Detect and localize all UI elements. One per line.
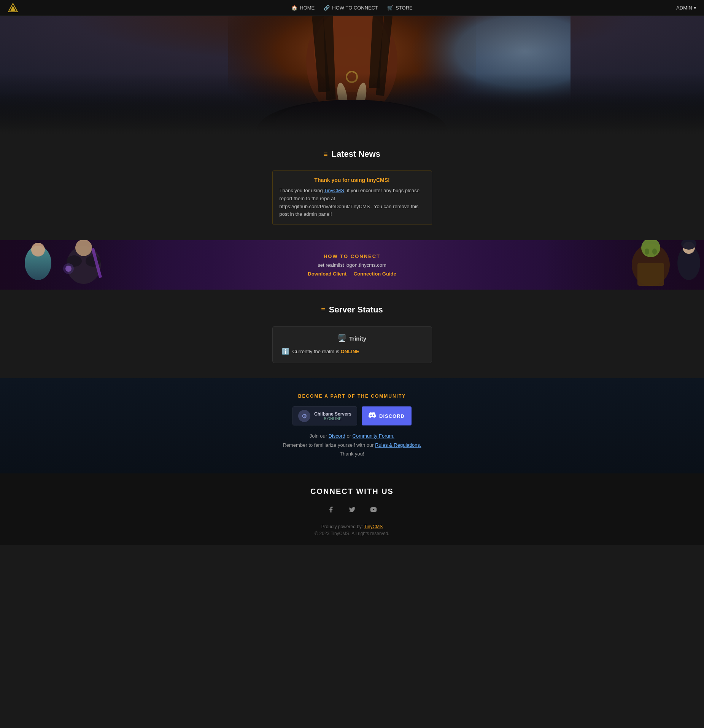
- chilbane-icon: ⚙: [298, 410, 310, 422]
- hero-section: [0, 16, 704, 134]
- news-card-body: Thank you for using TinyCMS, if you enco…: [280, 187, 425, 218]
- link-icon: 🔗: [324, 5, 330, 11]
- server-status-title: ≡ Server Status: [8, 305, 696, 315]
- twitter-button[interactable]: [345, 503, 359, 516]
- banner-center-content: HOW TO CONNECT set realmlist logon.tinyc…: [308, 253, 396, 277]
- youtube-button[interactable]: [367, 503, 380, 516]
- latest-news-title: ≡ Latest News: [8, 149, 696, 159]
- forum-link[interactable]: Community Forum.: [353, 433, 395, 439]
- how-to-connect-banner: HOW TO CONNECT set realmlist logon.tinyc…: [0, 240, 704, 290]
- tinycms-footer-link[interactable]: TinyCMS: [364, 524, 383, 529]
- banner-how-to-title: HOW TO CONNECT: [308, 253, 396, 259]
- chilbane-server-name: Chilbane Servers: [314, 411, 351, 417]
- community-section: BECOME A PART OF THE COMMUNITY ⚙ Chilban…: [0, 378, 704, 473]
- link-separator: |: [350, 271, 351, 277]
- svg-point-29: [645, 249, 649, 255]
- admin-dropdown[interactable]: ADMIN ▾: [676, 5, 696, 11]
- hero-illustration: [0, 16, 704, 134]
- tinycms-link[interactable]: TinyCMS: [324, 188, 344, 193]
- banner-right-characters: [544, 240, 704, 290]
- server-status-section: ≡ Server Status 🖥️ Trinity ℹ️ Currently …: [0, 290, 704, 378]
- connect-links: Download Client | Connection Guide: [308, 271, 396, 277]
- svg-point-30: [652, 249, 657, 255]
- status-card: 🖥️ Trinity ℹ️ Currently the realm is ONL…: [272, 326, 432, 363]
- chevron-down-icon: ▾: [694, 5, 696, 11]
- status-value: ONLINE: [341, 349, 359, 354]
- realmlist-text: set realmlist logon.tinycms.com: [308, 262, 396, 268]
- chilbane-text: Chilbane Servers 5 ONLINE: [314, 411, 351, 421]
- footer: CONNECT WITH US Proudly powered by: Tiny…: [0, 473, 704, 545]
- connect-with-us-title: CONNECT WITH US: [8, 487, 696, 496]
- discord-icon: [369, 412, 376, 420]
- nav-how-to-connect[interactable]: 🔗 HOW TO CONNECT: [324, 5, 378, 11]
- download-client-link[interactable]: Download Client: [308, 271, 346, 277]
- news-icon: ≡: [324, 150, 328, 158]
- status-section-icon: ≡: [321, 306, 325, 314]
- info-icon: ℹ️: [282, 348, 289, 355]
- brand-logo[interactable]: [8, 3, 18, 13]
- nav-links: 🏠 HOME 🔗 HOW TO CONNECT 🛒 STORE: [291, 5, 412, 11]
- navbar: 🏠 HOME 🔗 HOW TO CONNECT 🛒 STORE ADMIN ▾: [0, 0, 704, 16]
- store-icon: 🛒: [387, 5, 393, 11]
- right-characters-art: [544, 240, 704, 290]
- discord-widget[interactable]: DISCORD: [362, 406, 412, 425]
- svg-point-21: [75, 240, 92, 256]
- svg-point-19: [31, 243, 45, 256]
- facebook-button[interactable]: [324, 503, 338, 516]
- footer-copyright: © 2023 TinyCMS. All rights reserved.: [8, 531, 696, 536]
- latest-news-section: ≡ Latest News Thank you for using tinyCM…: [0, 134, 704, 240]
- news-card: Thank you for using tinyCMS! Thank you f…: [272, 170, 432, 225]
- discord-text-link[interactable]: Discord: [329, 433, 345, 439]
- status-text: Currently the realm is ONLINE: [292, 349, 359, 354]
- realm-name: Trinity: [349, 335, 366, 342]
- chilbane-widget[interactable]: ⚙ Chilbane Servers 5 ONLINE: [292, 406, 357, 425]
- connection-guide-link[interactable]: Connection Guide: [354, 271, 396, 277]
- rules-link[interactable]: Rules & Regulations.: [375, 442, 421, 448]
- svg-rect-17: [0, 73, 704, 134]
- news-card-title: Thank you for using tinyCMS!: [280, 177, 425, 183]
- community-text: Join our Discord or Community Forum. Rem…: [8, 432, 696, 458]
- realm-icon: 🖥️: [338, 334, 346, 342]
- footer-powered: Proudly powered by: TinyCMS: [8, 524, 696, 529]
- home-icon: 🏠: [291, 5, 297, 11]
- brand-icon: [8, 3, 18, 13]
- chilbane-server-count: 5 ONLINE: [314, 417, 351, 421]
- realm-status-info: ℹ️ Currently the realm is ONLINE: [282, 348, 423, 355]
- community-widgets: ⚙ Chilbane Servers 5 ONLINE DISCORD: [8, 406, 696, 425]
- realm-header: 🖥️ Trinity: [282, 334, 423, 342]
- svg-point-26: [63, 263, 74, 274]
- social-links: [8, 503, 696, 516]
- community-title: BECOME A PART OF THE COMMUNITY: [8, 393, 696, 399]
- nav-home[interactable]: 🏠 HOME: [291, 5, 315, 11]
- banner-left-characters: [0, 240, 160, 290]
- left-characters-art: [0, 240, 160, 290]
- nav-store[interactable]: 🛒 STORE: [387, 5, 413, 11]
- discord-label: DISCORD: [379, 413, 405, 419]
- svg-rect-31: [637, 263, 664, 286]
